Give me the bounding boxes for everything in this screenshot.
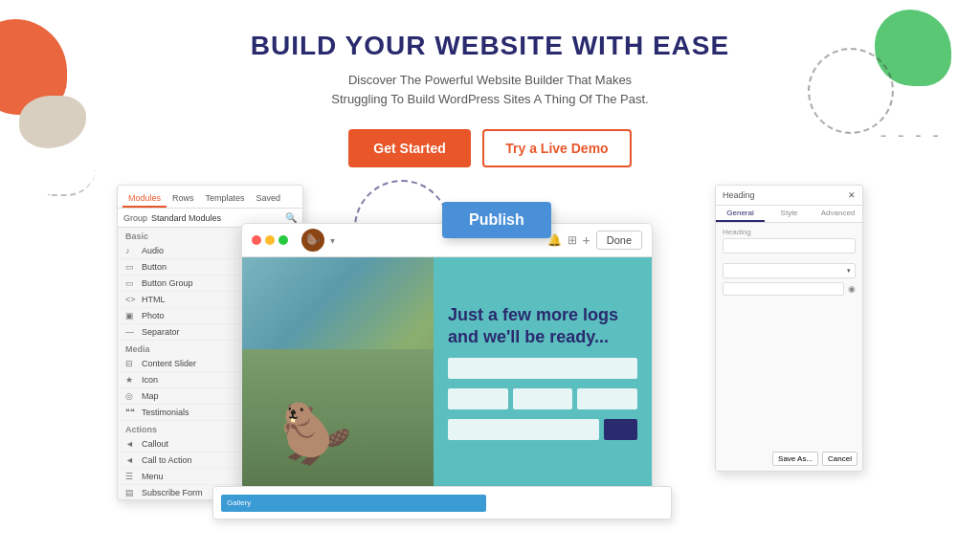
html-icon: <> <box>125 295 137 304</box>
group-label: Group <box>123 213 147 223</box>
bottom-bar-inner: Gallery <box>221 495 486 512</box>
select-row: ◉ <box>723 282 856 296</box>
form-inputs-row <box>448 388 637 409</box>
mockup-area: Modules Rows Templates Saved Group Stand… <box>117 185 863 519</box>
separator-icon: — <box>125 327 137 337</box>
settings-footer: Save As... Cancel <box>772 452 858 466</box>
settings-header: Heading ✕ <box>716 186 862 206</box>
hero-title: BUILD YOUR WEBSITE WITH EASE <box>0 31 980 61</box>
form-area: Just a few more logs and we'll be ready.… <box>434 257 652 487</box>
tab-templates[interactable]: Templates <box>200 190 251 208</box>
settings-dropdown-field: ▾ ◉ <box>716 258 862 300</box>
button-group-icon: ▭ <box>125 278 137 288</box>
icon-icon: ★ <box>125 375 137 385</box>
tab-rows[interactable]: Rows <box>167 190 200 208</box>
select-input[interactable] <box>723 282 844 296</box>
slider-icon: ⊟ <box>125 359 137 368</box>
live-demo-button[interactable]: Try a Live Demo <box>482 129 631 167</box>
settings-tab-advanced[interactable]: Advanced <box>813 206 862 222</box>
form-title: Just a few more logs and we'll be ready.… <box>448 304 637 349</box>
settings-close-icon[interactable]: ✕ <box>848 190 856 200</box>
traffic-light-yellow[interactable] <box>265 235 275 245</box>
browser-mockup: 🦫 ▾ 🔔 ⊞ + Done Just a few more logs and … <box>241 223 653 491</box>
subscribe-icon: ▤ <box>125 488 137 497</box>
settings-tab-style[interactable]: Style <box>765 206 813 222</box>
photo-icon: ▣ <box>125 311 137 320</box>
testimonials-icon: ❝❝ <box>125 408 137 417</box>
audio-icon: ♪ <box>125 246 137 255</box>
button-icon: ▭ <box>125 262 137 272</box>
get-started-button[interactable]: Get Started <box>348 129 470 167</box>
chevron-down-icon: ▾ <box>330 235 335 246</box>
select-icon[interactable]: ◉ <box>848 284 856 294</box>
settings-heading-field: Heading <box>716 223 862 258</box>
browser-content: Just a few more logs and we'll be ready.… <box>242 257 652 487</box>
beaver-image <box>242 257 434 487</box>
done-button[interactable]: Done <box>596 231 642 250</box>
squiggle-decoration <box>48 167 96 196</box>
dropdown-arrow-icon: ▾ <box>847 267 851 275</box>
form-input-name[interactable] <box>448 358 637 379</box>
settings-select-dropdown[interactable]: ▾ <box>723 263 856 278</box>
callout-icon: ◄ <box>125 439 137 449</box>
menu-icon: ☰ <box>125 472 137 481</box>
form-input-first[interactable] <box>448 388 508 409</box>
settings-tab-bar: General Style Advanced <box>716 206 862 223</box>
tab-saved[interactable]: Saved <box>251 190 287 208</box>
site-logo: 🦫 <box>301 229 324 252</box>
publish-button[interactable]: Publish <box>442 202 551 238</box>
form-submit-row <box>448 419 637 440</box>
hero-section: BUILD YOUR WEBSITE WITH EASE Discover Th… <box>0 0 980 167</box>
add-icon[interactable]: + <box>583 232 590 248</box>
save-as-button[interactable]: Save As... <box>772 452 818 466</box>
cancel-button[interactable]: Cancel <box>822 452 858 466</box>
map-icon: ◎ <box>125 391 137 401</box>
bottom-bar-label: Gallery <box>227 498 251 507</box>
form-submit-button[interactable] <box>604 419 637 440</box>
builder-tab-bar: Modules Rows Templates Saved <box>118 186 302 209</box>
bottom-bar: Gallery <box>212 486 672 519</box>
form-input-last[interactable] <box>513 388 573 409</box>
search-icon[interactable]: 🔍 <box>285 212 297 223</box>
hero-subtitle: Discover The Powerful Website Builder Th… <box>0 71 980 108</box>
settings-panel: Heading ✕ General Style Advanced Heading… <box>715 185 863 472</box>
grid-icon[interactable]: ⊞ <box>568 233 577 247</box>
traffic-lights <box>252 235 288 245</box>
form-input-email[interactable] <box>448 419 599 440</box>
traffic-light-green[interactable] <box>278 235 288 245</box>
traffic-light-red[interactable] <box>252 235 261 245</box>
settings-tab-general[interactable]: General <box>716 206 765 222</box>
heading-field-label: Heading <box>723 228 856 236</box>
cta-icon: ◄ <box>125 455 137 465</box>
form-input-extra[interactable] <box>577 388 637 409</box>
dropdown-label[interactable]: Standard Modules <box>151 213 221 223</box>
settings-title: Heading <box>723 190 755 200</box>
heading-input[interactable] <box>723 238 856 254</box>
tab-modules[interactable]: Modules <box>122 190 167 208</box>
